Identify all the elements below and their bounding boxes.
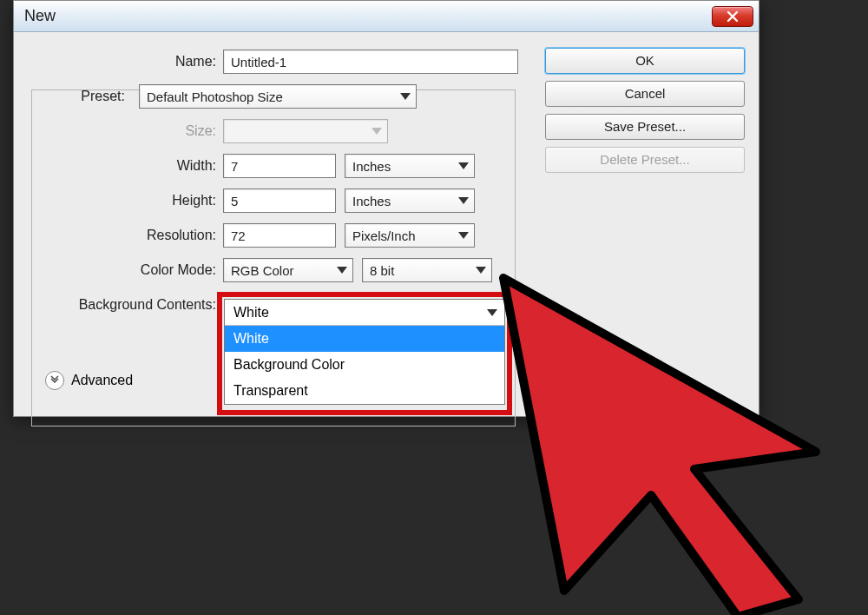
- cancel-button[interactable]: Cancel: [545, 81, 745, 107]
- preset-label: Preset:: [28, 89, 132, 104]
- close-button[interactable]: [712, 6, 753, 27]
- size-select: [223, 119, 388, 143]
- preset-select[interactable]: Default Photoshop Size: [139, 84, 417, 109]
- preset-value: Default Photoshop Size: [147, 89, 283, 104]
- color-mode-label: Color Mode:: [28, 262, 223, 278]
- name-input[interactable]: [223, 50, 518, 74]
- ok-button[interactable]: OK: [545, 48, 745, 74]
- color-mode-value: RGB Color: [231, 263, 294, 278]
- height-input[interactable]: [223, 188, 336, 213]
- bg-contents-label: Background Contents:: [28, 297, 223, 313]
- name-label: Name:: [28, 54, 223, 69]
- resolution-unit-select[interactable]: Pixels/Inch: [345, 223, 475, 248]
- height-label: Height:: [28, 193, 223, 208]
- width-unit-select[interactable]: Inches: [345, 154, 475, 178]
- annotation-cursor-icon: [469, 252, 851, 615]
- bg-option-white[interactable]: White: [225, 326, 504, 352]
- width-unit-value: Inches: [352, 159, 391, 174]
- close-icon: [727, 10, 739, 23]
- chevron-down-icon: [458, 197, 469, 204]
- bit-depth-value: 8 bit: [370, 263, 394, 278]
- chevron-down-icon: [458, 232, 469, 239]
- dialog-title: New: [24, 7, 56, 25]
- bg-option-background-color[interactable]: Background Color: [225, 352, 504, 378]
- resolution-label: Resolution:: [28, 228, 223, 243]
- width-label: Width:: [28, 158, 223, 174]
- width-input[interactable]: [223, 154, 336, 178]
- titlebar[interactable]: New: [14, 1, 759, 32]
- bg-option-transparent[interactable]: Transparent: [225, 378, 504, 404]
- advanced-label: Advanced: [71, 373, 133, 388]
- chevron-down-icon: [372, 128, 382, 135]
- chevron-down-icon: [458, 162, 469, 169]
- height-unit-value: Inches: [352, 194, 391, 208]
- chevron-expand-icon: [45, 371, 64, 390]
- resolution-unit-value: Pixels/Inch: [352, 228, 416, 243]
- save-preset-button[interactable]: Save Preset...: [545, 114, 745, 140]
- height-unit-select[interactable]: Inches: [345, 188, 475, 213]
- bg-contents-select[interactable]: White: [225, 300, 504, 326]
- resolution-input[interactable]: [223, 223, 336, 248]
- bg-contents-value: White: [233, 305, 269, 321]
- advanced-toggle[interactable]: Advanced: [40, 371, 138, 390]
- chevron-down-icon: [400, 93, 411, 100]
- chevron-down-icon: [337, 267, 347, 274]
- bg-contents-dropdown[interactable]: White White Background Color Transparent: [224, 299, 505, 405]
- delete-preset-button: Delete Preset...: [545, 147, 745, 173]
- color-mode-select[interactable]: RGB Color: [223, 258, 353, 282]
- size-label: Size:: [28, 123, 223, 139]
